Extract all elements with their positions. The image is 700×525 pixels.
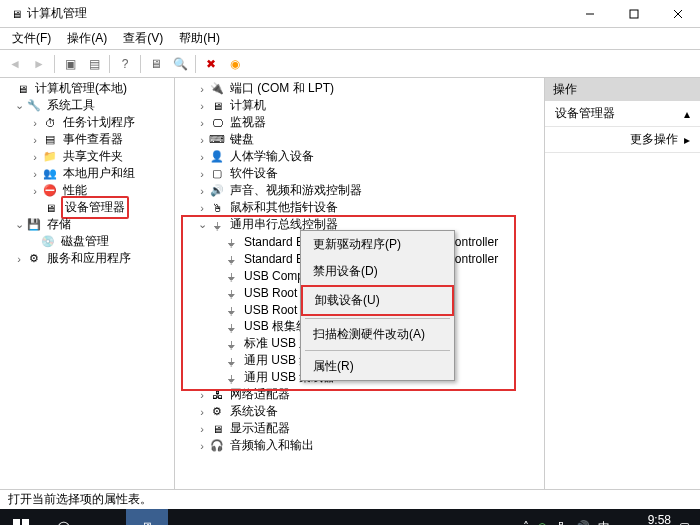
action-devmgr[interactable]: 设备管理器▴ — [545, 101, 700, 127]
tray-chevron-icon[interactable]: ˄ — [523, 520, 529, 525]
separator — [305, 318, 450, 319]
ctx-scan[interactable]: 扫描检测硬件改动(A) — [301, 321, 454, 348]
tree-event[interactable]: ›▤事件查看器 — [0, 131, 174, 148]
expand-icon[interactable]: › — [195, 168, 209, 180]
help-button[interactable]: ? — [114, 53, 136, 75]
tree-root[interactable]: 🖥计算机管理(本地) — [0, 80, 174, 97]
system-tray: ˄ ◉ 🖧 🔊 中 9:582020/9/12 ▢ — [523, 514, 700, 525]
dev-sysdev[interactable]: ›⚙系统设备 — [179, 403, 544, 420]
minimize-button[interactable] — [568, 0, 612, 27]
expand-icon[interactable]: › — [28, 134, 42, 146]
tray-network-icon[interactable]: 🖧 — [555, 520, 567, 525]
collapse-icon[interactable]: ⌄ — [12, 218, 26, 231]
taskview-button[interactable]: ▭ — [84, 509, 126, 525]
dev-hid[interactable]: ›👤人体学输入设备 — [179, 148, 544, 165]
port-icon: 🔌 — [209, 81, 225, 97]
tree-task[interactable]: ›⏱任务计划程序 — [0, 114, 174, 131]
dev-ports[interactable]: ›🔌端口 (COM 和 LPT) — [179, 80, 544, 97]
tree-disk[interactable]: 💿磁盘管理 — [0, 233, 174, 250]
menu-action[interactable]: 操作(A) — [61, 28, 113, 49]
close-button[interactable] — [656, 0, 700, 27]
tree-svc[interactable]: ›⚙服务和应用程序 — [0, 250, 174, 267]
network-icon: 🖧 — [209, 387, 225, 403]
sound-icon: 🔊 — [209, 183, 225, 199]
clock[interactable]: 9:582020/9/12 — [618, 514, 671, 525]
mouse-icon: 🖱 — [209, 200, 225, 216]
clock-icon: ⏱ — [42, 115, 58, 131]
expand-icon[interactable]: › — [28, 185, 42, 197]
tree-devmgr[interactable]: 🖥设备管理器 — [0, 199, 174, 216]
expand-icon[interactable]: › — [195, 134, 209, 146]
dev-audio[interactable]: ›🎧音频输入和输出 — [179, 437, 544, 454]
tree-share[interactable]: ›📁共享文件夹 — [0, 148, 174, 165]
separator — [54, 55, 55, 73]
collapse-icon[interactable]: ⌄ — [12, 99, 26, 112]
expand-icon[interactable]: › — [195, 100, 209, 112]
enable-button[interactable]: ◉ — [224, 53, 246, 75]
hid-icon: 👤 — [209, 149, 225, 165]
expand-icon[interactable]: › — [12, 253, 26, 265]
expand-icon[interactable]: › — [195, 389, 209, 401]
uninstall-button[interactable]: ✖ — [200, 53, 222, 75]
expand-icon[interactable]: › — [195, 440, 209, 452]
dev-computer[interactable]: ›🖥计算机 — [179, 97, 544, 114]
action-more[interactable]: 更多操作▸ — [545, 127, 700, 153]
expand-icon[interactable]: › — [195, 202, 209, 214]
expand-icon[interactable]: › — [195, 117, 209, 129]
up-button[interactable]: ▣ — [59, 53, 81, 75]
dev-network[interactable]: ›🖧网络适配器 — [179, 386, 544, 403]
tree-systools[interactable]: ⌄🔧系统工具 — [0, 97, 174, 114]
ctx-uninstall[interactable]: 卸载设备(U) — [301, 285, 454, 316]
expand-icon[interactable]: › — [195, 406, 209, 418]
dev-sound[interactable]: ›🔊声音、视频和游戏控制器 — [179, 182, 544, 199]
display-icon: 🖥 — [209, 421, 225, 437]
maximize-button[interactable] — [612, 0, 656, 27]
dev-mouse[interactable]: ›🖱鼠标和其他指针设备 — [179, 199, 544, 216]
expand-icon[interactable]: › — [28, 117, 42, 129]
refresh-button[interactable]: 🖥 — [145, 53, 167, 75]
forward-button[interactable]: ► — [28, 53, 50, 75]
usb-icon: ⏚ — [223, 285, 239, 301]
notifications-icon[interactable]: ▢ — [679, 520, 690, 525]
expand-icon[interactable]: › — [195, 83, 209, 95]
collapse-icon[interactable]: ⌄ — [195, 218, 209, 231]
actions-pane: 操作 设备管理器▴ 更多操作▸ — [545, 78, 700, 489]
computer-icon: 🖥 — [209, 98, 225, 114]
dev-monitor[interactable]: ›🖵监视器 — [179, 114, 544, 131]
props-button[interactable]: ▤ — [83, 53, 105, 75]
dev-keyboard[interactable]: ›⌨键盘 — [179, 131, 544, 148]
computer-icon: 🖥 — [14, 81, 30, 97]
back-button[interactable]: ◄ — [4, 53, 26, 75]
menu-file[interactable]: 文件(F) — [6, 28, 57, 49]
svg-rect-1 — [630, 10, 638, 18]
tray-ime[interactable]: 中 — [598, 519, 610, 526]
expand-icon[interactable]: › — [195, 185, 209, 197]
device-icon: 🖥 — [42, 200, 58, 216]
ctx-disable[interactable]: 禁用设备(D) — [301, 258, 454, 285]
tray-volume-icon[interactable]: 🔊 — [575, 520, 590, 525]
ctx-update[interactable]: 更新驱动程序(P) — [301, 231, 454, 258]
expand-icon[interactable]: › — [28, 151, 42, 163]
usb-icon: ⏚ — [223, 251, 239, 267]
menu-view[interactable]: 查看(V) — [117, 28, 169, 49]
separator — [305, 350, 450, 351]
tray-security-icon[interactable]: ◉ — [537, 520, 547, 525]
audio-icon: 🎧 — [209, 438, 225, 454]
dev-software[interactable]: ›▢软件设备 — [179, 165, 544, 182]
tree-users[interactable]: ›👥本地用户和组 — [0, 165, 174, 182]
svg-rect-5 — [22, 519, 29, 525]
monitor-icon: 🖵 — [209, 115, 225, 131]
usb-icon: ⏚ — [223, 336, 239, 352]
search-button[interactable]: ◯ — [42, 509, 84, 525]
expand-icon[interactable]: › — [28, 168, 42, 180]
expand-icon[interactable]: › — [195, 423, 209, 435]
tools-icon: 🔧 — [26, 98, 42, 114]
scan-button[interactable]: 🔍 — [169, 53, 191, 75]
menu-help[interactable]: 帮助(H) — [173, 28, 226, 49]
expand-icon[interactable]: › — [195, 151, 209, 163]
dev-display[interactable]: ›🖥显示适配器 — [179, 420, 544, 437]
ctx-properties[interactable]: 属性(R) — [301, 353, 454, 380]
start-button[interactable] — [0, 509, 42, 525]
disk-icon: 💿 — [40, 234, 56, 250]
taskbar-app[interactable]: 🖥 — [126, 509, 168, 525]
